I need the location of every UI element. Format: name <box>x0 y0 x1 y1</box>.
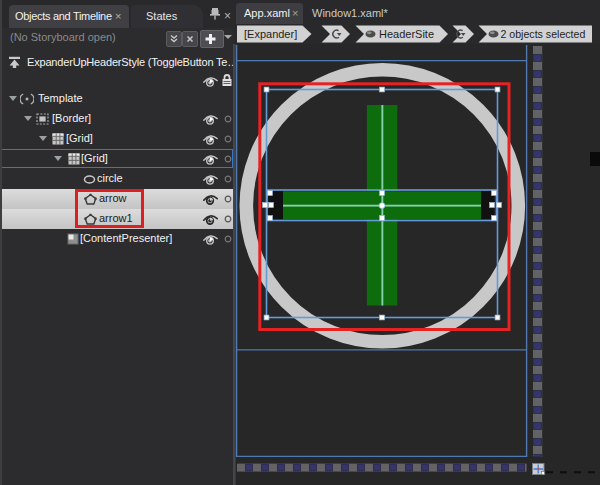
svg-text:[Expander]: [Expander] <box>244 28 297 40</box>
svg-text:2 objects selected: 2 objects selected <box>501 28 586 40</box>
svg-text:HeaderSite: HeaderSite <box>379 28 434 40</box>
